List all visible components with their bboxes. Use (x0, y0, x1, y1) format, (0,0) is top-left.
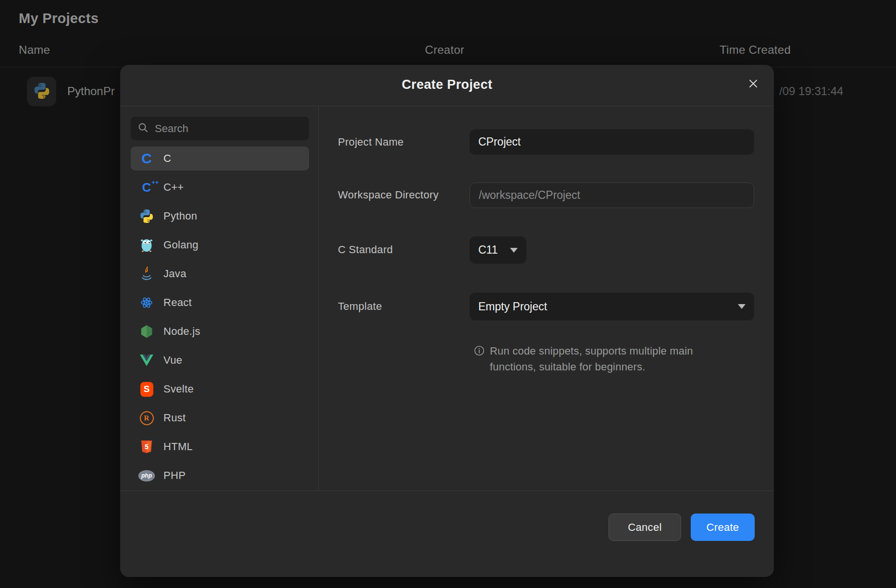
search-icon (137, 122, 149, 135)
svelte-icon: S (138, 381, 155, 397)
language-item-java[interactable]: Java (131, 262, 309, 286)
modal-footer-divider (120, 490, 774, 491)
language-item-php[interactable]: php PHP (131, 464, 309, 488)
rust-icon: R (138, 410, 155, 426)
workspace-directory-input[interactable] (470, 183, 754, 208)
golang-icon (138, 237, 155, 253)
cancel-button[interactable]: Cancel (609, 514, 681, 541)
svg-text:5: 5 (145, 443, 149, 451)
react-icon (138, 294, 155, 311)
template-info: Run code snippets, supports multiple mai… (473, 343, 704, 375)
c-icon: C (138, 150, 155, 167)
close-icon[interactable] (745, 75, 761, 92)
template-label: Template (338, 300, 382, 313)
html5-icon: 5 (138, 439, 155, 455)
info-icon (473, 345, 485, 358)
template-value: Empty Project (478, 300, 547, 313)
c-standard-select[interactable]: C11 (470, 236, 526, 264)
language-item-c[interactable]: C C (131, 147, 309, 171)
php-icon: php (138, 467, 155, 484)
nodejs-icon (138, 323, 155, 340)
language-item-nodejs[interactable]: Node.js (131, 319, 309, 343)
language-item-svelte[interactable]: S Svelte (131, 377, 309, 401)
language-list: C C C++ C++ Python (131, 147, 309, 490)
screen: My Projects Name Creator Time Created Py… (0, 0, 896, 588)
create-button[interactable]: Create (691, 514, 755, 541)
sidebar-form-divider (318, 106, 319, 490)
python-icon (138, 208, 155, 224)
c-standard-value: C11 (478, 244, 498, 257)
caret-down-icon (510, 248, 518, 253)
template-info-text: Run code snippets, supports multiple mai… (490, 343, 697, 375)
java-icon (138, 266, 155, 282)
vue-icon (138, 352, 155, 368)
c-standard-label: C Standard (338, 244, 393, 256)
language-item-rust[interactable]: R Rust (131, 406, 309, 430)
template-select[interactable]: Empty Project (470, 293, 754, 320)
workspace-directory-label: Workspace Directory (338, 189, 438, 201)
language-sidebar: C C C++ C++ Python (120, 106, 318, 490)
create-project-modal: Create Project (120, 65, 774, 577)
search-box[interactable] (131, 117, 309, 140)
project-name-input[interactable] (470, 129, 754, 155)
language-item-golang[interactable]: Golang (131, 233, 309, 257)
cpp-icon: C++ (138, 179, 155, 196)
modal-title: Create Project (120, 77, 774, 92)
search-input[interactable] (155, 122, 302, 135)
modal-header: Create Project (120, 65, 774, 106)
caret-down-icon (738, 304, 746, 309)
language-item-react[interactable]: React (131, 291, 309, 315)
language-item-html[interactable]: 5 HTML (131, 435, 309, 459)
language-item-python[interactable]: Python (131, 204, 309, 228)
project-name-label: Project Name (338, 136, 404, 148)
language-item-cpp[interactable]: C++ C++ (131, 175, 309, 199)
language-item-vue[interactable]: Vue (131, 348, 309, 372)
